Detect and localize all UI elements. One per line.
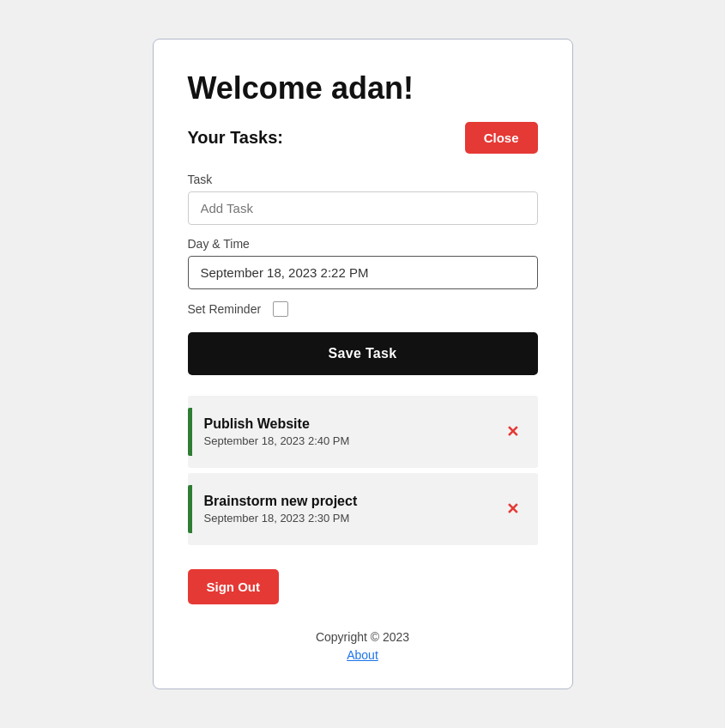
footer-copyright: Copyright © 2023 <box>188 630 538 644</box>
datetime-field-label: Day & Time <box>188 237 538 251</box>
save-task-button[interactable]: Save Task <box>188 332 538 375</box>
task-datetime: September 18, 2023 2:30 PM <box>204 512 499 525</box>
task-item: Brainstorm new project September 18, 202… <box>188 473 538 545</box>
task-datetime: September 18, 2023 2:40 PM <box>204 434 499 447</box>
task-item: Publish Website September 18, 2023 2:40 … <box>188 396 538 468</box>
datetime-input[interactable] <box>188 256 538 289</box>
task-delete-button[interactable]: ✕ <box>499 498 526 520</box>
footer-about-link[interactable]: About <box>347 648 378 662</box>
reminder-checkbox[interactable] <box>273 301 288 317</box>
reminder-row: Set Reminder <box>188 301 538 317</box>
task-content: Brainstorm new project September 18, 202… <box>204 494 499 525</box>
modal-container: Welcome adan! Your Tasks: Close Task Day… <box>153 39 573 689</box>
task-title: Brainstorm new project <box>204 494 499 509</box>
task-green-bar <box>188 485 192 533</box>
task-field-label: Task <box>188 173 538 186</box>
tasks-label: Your Tasks: <box>188 128 284 148</box>
task-list: Publish Website September 18, 2023 2:40 … <box>188 396 538 550</box>
close-button[interactable]: Close <box>465 122 538 154</box>
task-delete-button[interactable]: ✕ <box>499 421 526 443</box>
task-title: Publish Website <box>204 416 499 432</box>
footer: Copyright © 2023 About <box>188 630 538 663</box>
reminder-label: Set Reminder <box>188 302 262 316</box>
task-input[interactable] <box>188 191 538 225</box>
datetime-form-section: Day & Time <box>188 237 538 289</box>
task-green-bar <box>188 408 192 456</box>
task-content: Publish Website September 18, 2023 2:40 … <box>204 416 499 447</box>
tasks-header: Your Tasks: Close <box>188 122 538 154</box>
sign-out-button[interactable]: Sign Out <box>188 569 280 604</box>
welcome-title: Welcome adan! <box>188 70 538 106</box>
task-form-section: Task <box>188 173 538 225</box>
